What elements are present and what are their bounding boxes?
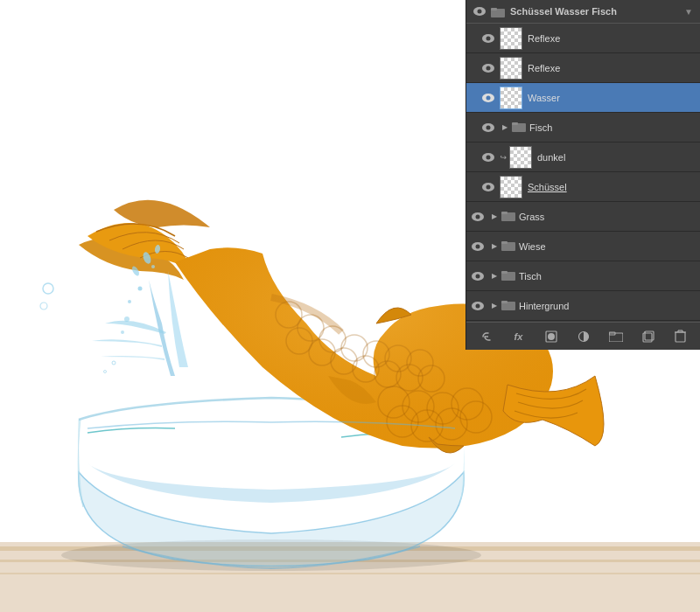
layer-expand-tisch[interactable]: ▶	[489, 271, 500, 282]
layer-name-wasser: Wasser	[528, 93, 696, 103]
layer-visibility-wasser[interactable]	[480, 90, 496, 106]
layer-folder-tisch	[501, 268, 515, 284]
layer-row-hintergrund[interactable]: ▶ Hintergrund	[466, 291, 700, 321]
layer-expand-hintergrund[interactable]: ▶	[489, 301, 500, 311]
layer-thumb-dunkel	[509, 146, 532, 169]
svg-point-78	[548, 333, 555, 340]
svg-point-51	[486, 125, 491, 129]
layer-name-wiese: Wiese	[519, 241, 696, 252]
layer-visibility-hintergrund[interactable]	[470, 298, 486, 314]
layer-row-reflexe[interactable]: Reflexe	[466, 24, 700, 53]
svg-point-63	[476, 244, 480, 248]
svg-point-32	[128, 300, 131, 303]
layer-row-schuessel[interactable]: Schüssel	[466, 172, 700, 202]
footer-adjustment-icon[interactable]	[575, 328, 592, 345]
panel-group-title: Schüssel Wasser Fisch	[510, 6, 617, 17]
svg-rect-73	[501, 301, 508, 303]
layer-name-dunkel: dunkel	[537, 152, 696, 163]
svg-rect-4	[0, 573, 700, 574]
footer-delete-icon[interactable]	[672, 328, 690, 345]
layers-footer: fx	[466, 322, 700, 350]
footer-fx-icon[interactable]: fx	[510, 328, 528, 345]
layer-visibility-schuessel[interactable]	[480, 179, 496, 195]
group-folder-icon	[491, 6, 505, 17]
footer-link-icon[interactable]	[478, 328, 495, 345]
svg-point-49	[486, 95, 491, 100]
layer-visibility-grass[interactable]	[470, 209, 486, 225]
layer-visibility-tisch[interactable]	[470, 268, 486, 284]
svg-point-35	[121, 330, 124, 334]
layer-thumb-reflexe	[500, 27, 522, 50]
layer-thumb-schuessel	[500, 176, 522, 198]
layers-panel: Schüssel Wasser Fisch ▼ Reflexe	[466, 0, 700, 350]
svg-point-57	[486, 184, 491, 189]
svg-point-47	[486, 66, 491, 70]
footer-mask-icon[interactable]	[542, 328, 560, 345]
svg-rect-61	[501, 212, 508, 214]
svg-point-71	[476, 303, 480, 308]
svg-point-33	[151, 265, 155, 268]
layer-visibility-fisch[interactable]	[480, 120, 496, 136]
svg-rect-65	[501, 241, 508, 244]
footer-new-group-icon[interactable]	[607, 328, 625, 345]
svg-point-59	[476, 214, 480, 219]
layer-folder-hintergrund	[501, 298, 515, 314]
layer-folder-fisch	[512, 120, 526, 136]
footer-new-layer-icon[interactable]	[640, 328, 657, 345]
layer-name-reflexe: Reflexe	[528, 33, 696, 44]
layer-name-rand: Reflexe	[528, 63, 696, 73]
layers-list[interactable]: Reflexe Reflexe Wasser	[466, 24, 700, 322]
layer-thumb-wasser	[500, 87, 522, 109]
layer-expand-wiese[interactable]: ▶	[489, 241, 500, 252]
svg-rect-53	[512, 122, 518, 125]
layer-expand-fisch[interactable]: ▶	[500, 122, 510, 133]
layer-visibility-dunkel[interactable]	[480, 150, 496, 165]
layer-row-wasser[interactable]: Wasser	[466, 83, 700, 113]
layer-visibility-wiese[interactable]	[470, 239, 486, 254]
svg-point-55	[486, 155, 491, 159]
svg-point-45	[486, 36, 491, 40]
svg-point-31	[138, 287, 143, 291]
svg-point-41	[478, 10, 482, 14]
layer-folder-wiese	[501, 239, 515, 254]
layer-visibility-reflexe[interactable]	[480, 31, 496, 46]
layer-name-schuessel: Schüssel	[528, 182, 696, 192]
layer-thumb-rand	[500, 57, 522, 80]
layer-name-hintergrund: Hintergrund	[519, 301, 696, 311]
svg-rect-69	[501, 271, 508, 274]
layer-row-dunkel[interactable]: ↩ dunkel	[466, 143, 700, 172]
layer-row-rand[interactable]: Reflexe	[466, 53, 700, 83]
layer-row-tisch[interactable]: ▶ Tisch	[466, 261, 700, 291]
transform-icon-dunkel: ↩	[500, 153, 507, 162]
layer-name-fisch: Fisch	[529, 122, 696, 133]
svg-point-67	[476, 274, 480, 278]
layer-name-tisch: Tisch	[519, 271, 696, 282]
layers-panel-header: Schüssel Wasser Fisch ▼	[466, 0, 700, 24]
layer-row-wiese[interactable]: ▶ Wiese	[466, 232, 700, 261]
layer-row-grass[interactable]: ▶ Grass	[466, 202, 700, 232]
svg-rect-43	[491, 8, 497, 10]
panel-scroll-arrow: ▼	[684, 7, 693, 17]
svg-rect-85	[676, 332, 685, 342]
layer-name-grass: Grass	[519, 212, 696, 222]
layer-visibility-rand[interactable]	[480, 60, 496, 76]
group-visibility-icon[interactable]	[473, 3, 486, 19]
layer-row-fisch[interactable]: ▶ Fisch	[466, 113, 700, 143]
layer-folder-grass	[501, 209, 515, 225]
layer-expand-grass[interactable]: ▶	[489, 212, 500, 222]
